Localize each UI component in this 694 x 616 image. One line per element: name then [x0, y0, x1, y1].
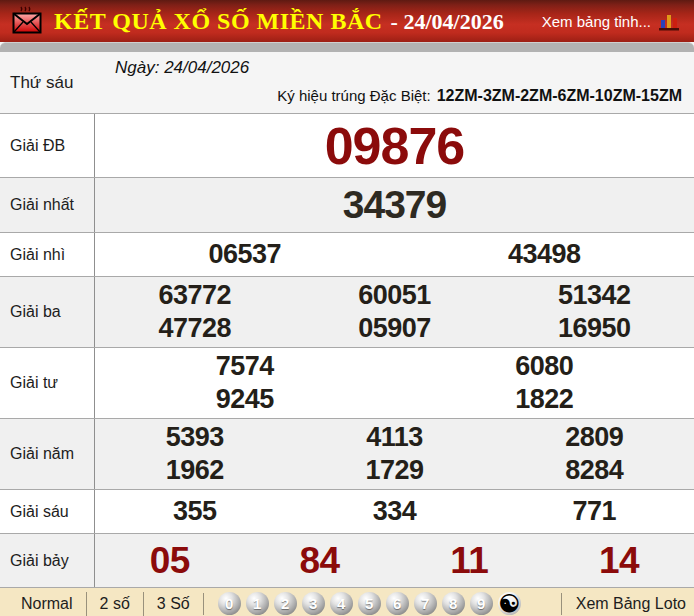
prize-number: 771: [494, 495, 694, 528]
prize-number: 09876: [95, 117, 694, 175]
prize-number: 06537: [95, 238, 395, 271]
digit-ball-2[interactable]: 2: [274, 592, 297, 615]
prize-row: Giải năm539341132809196217298284: [0, 419, 694, 490]
prize-number: 51342: [494, 279, 694, 312]
prize-number: 63772: [95, 279, 295, 312]
weekday-label: Thứ sáu: [0, 52, 95, 113]
prize-label: Giải nhất: [0, 178, 95, 232]
draw-info: Thứ sáu Ngày: 24/04/2026 Ký hiệu trúng Đ…: [0, 52, 694, 113]
digit-ball-0[interactable]: 0: [218, 592, 241, 615]
header-bar: KẾT QUẢ XỔ SỐ MIỀN BẮC - 24/04/2026 Xem …: [0, 0, 694, 42]
view-loto-table-link[interactable]: Xem Bảng Loto: [562, 595, 686, 613]
draw-date: Ngày: 24/04/2026: [115, 58, 682, 78]
digit-ball-8[interactable]: 8: [442, 592, 465, 615]
prize-number: 16950: [494, 312, 694, 345]
prize-number: 7574: [95, 350, 395, 383]
prize-number: 334: [295, 495, 495, 528]
prize-number: 2809: [494, 421, 694, 454]
special-symbol-label: Ký hiệu trúng Đặc Biệt:: [277, 87, 430, 104]
mode-3-digits[interactable]: 3 Số: [143, 592, 203, 616]
prize-label: Giải ba: [0, 277, 95, 347]
prize-number: 4113: [295, 421, 495, 454]
digit-ball-1[interactable]: 1: [246, 592, 269, 615]
prize-label: Giải tư: [0, 348, 95, 418]
prize-row: Giải bảy05841114: [0, 534, 694, 588]
digit-ball-3[interactable]: 3: [302, 592, 325, 615]
prize-row: Giải sáu355334771: [0, 490, 694, 534]
prize-number: 5393: [95, 421, 295, 454]
digit-ball-7[interactable]: 7: [414, 592, 437, 615]
prize-number: 1822: [395, 383, 694, 416]
page-title: KẾT QUẢ XỔ SỐ MIỀN BẮC - 24/04/2026: [54, 8, 542, 35]
footer-toolbar: Normal 2 số 3 Số 0123456789☯ Xem Bảng Lo…: [0, 588, 694, 616]
view-province-table-link[interactable]: Xem bảng tỉnh...: [542, 13, 651, 30]
envelope-icon: [10, 6, 44, 36]
footer-divider: [203, 593, 204, 615]
yin-yang-ball[interactable]: ☯: [498, 592, 521, 615]
prize-label: Giải sáu: [0, 490, 95, 533]
prize-number: 05907: [295, 312, 495, 345]
prize-number: 1729: [295, 454, 495, 487]
prize-row: Giải nhất34379: [0, 178, 694, 233]
page-title-text: KẾT QUẢ XỔ SỐ MIỀN BẮC: [54, 8, 383, 35]
results-table: Giải ĐB09876Giải nhất34379Giải nhì065374…: [0, 113, 694, 588]
bar-chart-icon[interactable]: [658, 11, 680, 31]
content-top-bar: [0, 42, 694, 52]
digit-ball-4[interactable]: 4: [330, 592, 353, 615]
prize-number: 11: [395, 537, 545, 585]
prize-number: 6080: [395, 350, 694, 383]
prize-row: Giải ba637726005151342477280590716950: [0, 277, 694, 348]
prize-row: Giải nhì0653743498: [0, 233, 694, 277]
digit-ball-9[interactable]: 9: [470, 592, 493, 615]
page-title-date: - 24/04/2026: [391, 9, 504, 35]
prize-number: 355: [95, 495, 295, 528]
prize-number: 14: [544, 537, 694, 585]
mode-normal[interactable]: Normal: [8, 592, 86, 616]
prize-number: 43498: [395, 238, 694, 271]
special-symbol-line: Ký hiệu trúng Đặc Biệt:12ZM-3ZM-2ZM-6ZM-…: [115, 87, 682, 105]
mode-2-digits[interactable]: 2 số: [86, 592, 143, 616]
prize-label: Giải bảy: [0, 534, 95, 587]
number-balls: 0123456789☯: [218, 592, 549, 615]
lottery-results-page: KẾT QUẢ XỔ SỐ MIỀN BẮC - 24/04/2026 Xem …: [0, 0, 694, 616]
prize-label: Giải nhì: [0, 233, 95, 276]
prize-label: Giải ĐB: [0, 114, 95, 177]
prize-row: Giải tư7574608092451822: [0, 348, 694, 419]
prize-number: 8284: [494, 454, 694, 487]
prize-number: 84: [245, 537, 395, 585]
prize-number: 34379: [95, 181, 694, 229]
digit-ball-5[interactable]: 5: [358, 592, 381, 615]
prize-label: Giải năm: [0, 419, 95, 489]
digit-ball-6[interactable]: 6: [386, 592, 409, 615]
prize-number: 9245: [95, 383, 395, 416]
special-symbol-value: 12ZM-3ZM-2ZM-6ZM-10ZM-15ZM: [437, 87, 682, 104]
prize-number: 47728: [95, 312, 295, 345]
prize-number: 05: [95, 537, 245, 585]
prize-number: 1962: [95, 454, 295, 487]
prize-number: 60051: [295, 279, 495, 312]
prize-row: Giải ĐB09876: [0, 114, 694, 178]
